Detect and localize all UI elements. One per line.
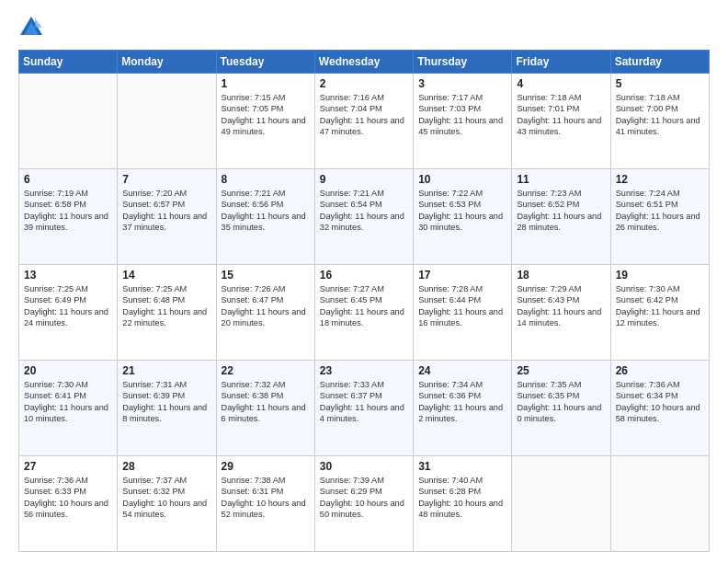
calendar-cell: 11Sunrise: 7:23 AM Sunset: 6:52 PM Dayli… bbox=[512, 169, 610, 265]
calendar-cell: 10Sunrise: 7:22 AM Sunset: 6:53 PM Dayli… bbox=[414, 169, 512, 265]
day-number: 2 bbox=[320, 77, 408, 90]
calendar-cell: 16Sunrise: 7:27 AM Sunset: 6:45 PM Dayli… bbox=[314, 265, 413, 361]
day-info: Sunrise: 7:30 AM Sunset: 6:41 PM Dayligh… bbox=[24, 379, 112, 425]
calendar-cell: 4Sunrise: 7:18 AM Sunset: 7:01 PM Daylig… bbox=[512, 74, 610, 169]
day-number: 6 bbox=[24, 173, 112, 186]
calendar-cell bbox=[118, 74, 216, 169]
calendar-week-row: 1Sunrise: 7:15 AM Sunset: 7:05 PM Daylig… bbox=[19, 74, 710, 169]
day-info: Sunrise: 7:15 AM Sunset: 7:05 PM Dayligh… bbox=[222, 92, 310, 138]
day-info: Sunrise: 7:32 AM Sunset: 6:38 PM Dayligh… bbox=[222, 379, 310, 425]
day-info: Sunrise: 7:19 AM Sunset: 6:58 PM Dayligh… bbox=[24, 188, 112, 234]
calendar-week-row: 6Sunrise: 7:19 AM Sunset: 6:58 PM Daylig… bbox=[19, 169, 710, 265]
day-number: 31 bbox=[418, 460, 506, 473]
day-header-saturday: Saturday bbox=[610, 51, 709, 74]
day-number: 27 bbox=[24, 460, 112, 473]
calendar-cell: 17Sunrise: 7:28 AM Sunset: 6:44 PM Dayli… bbox=[414, 265, 512, 361]
calendar-week-row: 13Sunrise: 7:25 AM Sunset: 6:49 PM Dayli… bbox=[19, 265, 710, 361]
calendar-cell bbox=[19, 74, 118, 169]
day-header-thursday: Thursday bbox=[414, 51, 512, 74]
calendar-header-row: SundayMondayTuesdayWednesdayThursdayFrid… bbox=[19, 51, 710, 74]
day-info: Sunrise: 7:39 AM Sunset: 6:29 PM Dayligh… bbox=[320, 475, 408, 521]
day-number: 28 bbox=[122, 460, 210, 473]
day-number: 12 bbox=[616, 173, 704, 186]
day-number: 11 bbox=[517, 173, 605, 186]
calendar-cell: 13Sunrise: 7:25 AM Sunset: 6:49 PM Dayli… bbox=[19, 265, 118, 361]
day-info: Sunrise: 7:31 AM Sunset: 6:39 PM Dayligh… bbox=[122, 379, 210, 425]
day-number: 26 bbox=[616, 364, 704, 377]
calendar-cell: 15Sunrise: 7:26 AM Sunset: 6:47 PM Dayli… bbox=[216, 265, 314, 361]
day-number: 17 bbox=[418, 269, 506, 282]
day-info: Sunrise: 7:18 AM Sunset: 7:00 PM Dayligh… bbox=[616, 92, 704, 138]
day-info: Sunrise: 7:18 AM Sunset: 7:01 PM Dayligh… bbox=[517, 92, 605, 138]
day-info: Sunrise: 7:36 AM Sunset: 6:34 PM Dayligh… bbox=[616, 379, 704, 425]
day-info: Sunrise: 7:30 AM Sunset: 6:42 PM Dayligh… bbox=[616, 283, 704, 329]
day-number: 7 bbox=[122, 173, 210, 186]
day-number: 21 bbox=[122, 364, 210, 377]
calendar-cell: 28Sunrise: 7:37 AM Sunset: 6:32 PM Dayli… bbox=[118, 456, 216, 552]
day-info: Sunrise: 7:23 AM Sunset: 6:52 PM Dayligh… bbox=[517, 188, 605, 234]
calendar-cell: 23Sunrise: 7:33 AM Sunset: 6:37 PM Dayli… bbox=[314, 361, 413, 456]
day-info: Sunrise: 7:37 AM Sunset: 6:32 PM Dayligh… bbox=[122, 475, 210, 521]
day-info: Sunrise: 7:20 AM Sunset: 6:57 PM Dayligh… bbox=[122, 188, 210, 234]
day-header-sunday: Sunday bbox=[19, 51, 118, 74]
day-number: 20 bbox=[24, 364, 112, 377]
page: SundayMondayTuesdayWednesdayThursdayFrid… bbox=[0, 0, 728, 563]
day-info: Sunrise: 7:33 AM Sunset: 6:37 PM Dayligh… bbox=[320, 379, 408, 425]
calendar-cell: 18Sunrise: 7:29 AM Sunset: 6:43 PM Dayli… bbox=[512, 265, 610, 361]
calendar-cell: 7Sunrise: 7:20 AM Sunset: 6:57 PM Daylig… bbox=[118, 169, 216, 265]
day-info: Sunrise: 7:34 AM Sunset: 6:36 PM Dayligh… bbox=[418, 379, 506, 425]
day-number: 13 bbox=[24, 269, 112, 282]
calendar-cell: 21Sunrise: 7:31 AM Sunset: 6:39 PM Dayli… bbox=[118, 361, 216, 456]
svg-marker-2 bbox=[35, 18, 42, 28]
day-number: 1 bbox=[222, 77, 310, 90]
day-number: 3 bbox=[418, 77, 506, 90]
calendar-cell: 20Sunrise: 7:30 AM Sunset: 6:41 PM Dayli… bbox=[19, 361, 118, 456]
day-info: Sunrise: 7:29 AM Sunset: 6:43 PM Dayligh… bbox=[517, 283, 605, 329]
day-number: 16 bbox=[320, 269, 408, 282]
calendar-cell: 25Sunrise: 7:35 AM Sunset: 6:35 PM Dayli… bbox=[512, 361, 610, 456]
calendar-cell: 5Sunrise: 7:18 AM Sunset: 7:00 PM Daylig… bbox=[610, 74, 709, 169]
day-number: 29 bbox=[222, 460, 310, 473]
calendar-cell: 9Sunrise: 7:21 AM Sunset: 6:54 PM Daylig… bbox=[314, 169, 413, 265]
calendar-cell: 12Sunrise: 7:24 AM Sunset: 6:51 PM Dayli… bbox=[610, 169, 709, 265]
calendar-cell: 19Sunrise: 7:30 AM Sunset: 6:42 PM Dayli… bbox=[610, 265, 709, 361]
day-info: Sunrise: 7:17 AM Sunset: 7:03 PM Dayligh… bbox=[418, 92, 506, 138]
logo-icon bbox=[18, 15, 44, 40]
day-header-wednesday: Wednesday bbox=[314, 51, 413, 74]
day-number: 18 bbox=[517, 269, 605, 282]
calendar-cell: 14Sunrise: 7:25 AM Sunset: 6:48 PM Dayli… bbox=[118, 265, 216, 361]
day-info: Sunrise: 7:21 AM Sunset: 6:54 PM Dayligh… bbox=[320, 188, 408, 234]
day-info: Sunrise: 7:27 AM Sunset: 6:45 PM Dayligh… bbox=[320, 283, 408, 329]
day-info: Sunrise: 7:21 AM Sunset: 6:56 PM Dayligh… bbox=[222, 188, 310, 234]
day-header-tuesday: Tuesday bbox=[216, 51, 314, 74]
calendar-cell: 24Sunrise: 7:34 AM Sunset: 6:36 PM Dayli… bbox=[414, 361, 512, 456]
day-info: Sunrise: 7:25 AM Sunset: 6:48 PM Dayligh… bbox=[122, 283, 210, 329]
day-number: 9 bbox=[320, 173, 408, 186]
day-info: Sunrise: 7:36 AM Sunset: 6:33 PM Dayligh… bbox=[24, 475, 112, 521]
calendar-cell: 1Sunrise: 7:15 AM Sunset: 7:05 PM Daylig… bbox=[216, 74, 314, 169]
calendar-week-row: 20Sunrise: 7:30 AM Sunset: 6:41 PM Dayli… bbox=[19, 361, 710, 456]
day-info: Sunrise: 7:25 AM Sunset: 6:49 PM Dayligh… bbox=[24, 283, 112, 329]
day-number: 30 bbox=[320, 460, 408, 473]
day-number: 5 bbox=[616, 77, 704, 90]
calendar-cell bbox=[610, 456, 709, 552]
day-number: 25 bbox=[517, 364, 605, 377]
day-info: Sunrise: 7:28 AM Sunset: 6:44 PM Dayligh… bbox=[418, 283, 506, 329]
calendar-cell: 8Sunrise: 7:21 AM Sunset: 6:56 PM Daylig… bbox=[216, 169, 314, 265]
day-info: Sunrise: 7:26 AM Sunset: 6:47 PM Dayligh… bbox=[222, 283, 310, 329]
calendar-cell bbox=[512, 456, 610, 552]
day-info: Sunrise: 7:40 AM Sunset: 6:28 PM Dayligh… bbox=[418, 475, 506, 521]
day-number: 14 bbox=[122, 269, 210, 282]
calendar-cell: 26Sunrise: 7:36 AM Sunset: 6:34 PM Dayli… bbox=[610, 361, 709, 456]
calendar-cell: 29Sunrise: 7:38 AM Sunset: 6:31 PM Dayli… bbox=[216, 456, 314, 552]
day-number: 4 bbox=[517, 77, 605, 90]
header bbox=[18, 15, 710, 40]
day-number: 15 bbox=[222, 269, 310, 282]
day-number: 19 bbox=[616, 269, 704, 282]
day-number: 8 bbox=[222, 173, 310, 186]
day-header-monday: Monday bbox=[118, 51, 216, 74]
day-number: 24 bbox=[418, 364, 506, 377]
day-info: Sunrise: 7:38 AM Sunset: 6:31 PM Dayligh… bbox=[222, 475, 310, 521]
calendar-cell: 31Sunrise: 7:40 AM Sunset: 6:28 PM Dayli… bbox=[414, 456, 512, 552]
day-number: 23 bbox=[320, 364, 408, 377]
